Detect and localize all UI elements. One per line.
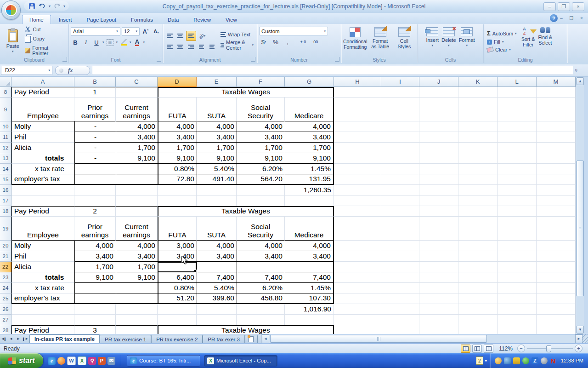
help-button[interactable]: ? [550, 14, 558, 22]
cell-E23[interactable]: 7,400 [197, 272, 237, 283]
format-as-table-button[interactable]: Format as Table [369, 26, 391, 57]
tab-data[interactable]: Data [161, 15, 186, 24]
cell-K13[interactable] [458, 153, 498, 164]
scroll-up-button[interactable]: ▲ [577, 77, 584, 85]
column-header-C[interactable]: C [116, 77, 158, 87]
cell-C28[interactable] [116, 325, 158, 334]
align-right-button[interactable] [186, 42, 195, 52]
cell-M11[interactable] [537, 132, 576, 143]
cell-J10[interactable] [419, 121, 458, 132]
tab-home[interactable]: Home [22, 15, 51, 24]
cell-E9[interactable]: SUTA [197, 98, 237, 121]
scroll-down-button[interactable]: ▼ [577, 326, 584, 334]
cell-L20[interactable] [498, 241, 537, 251]
font-dialog-launcher[interactable] [157, 57, 161, 62]
cell-M15[interactable] [537, 174, 576, 185]
cell-A21[interactable]: Phil [11, 251, 74, 262]
cell-C13[interactable]: 9,100 [116, 153, 158, 164]
cell-D20[interactable]: 3,000 [158, 241, 197, 251]
cell-B11[interactable]: - [74, 132, 116, 143]
insert-worksheet-tab[interactable] [245, 335, 258, 343]
cell-G19[interactable]: Medicare [285, 217, 334, 241]
cell-G14[interactable]: 1.45% [285, 164, 334, 174]
increase-indent-button[interactable] [207, 42, 216, 52]
alignment-dialog-launcher[interactable] [251, 57, 255, 62]
cell-C26[interactable] [116, 304, 158, 315]
cell-C17[interactable] [116, 196, 158, 206]
cell-L19[interactable] [498, 217, 537, 241]
cell-I18[interactable] [381, 206, 419, 217]
cell-F19[interactable]: Social Security [237, 217, 285, 241]
vertical-scroll-thumb[interactable] [577, 161, 584, 296]
cell-B13[interactable]: - [74, 153, 116, 164]
grow-font-button[interactable]: A▴ [141, 27, 150, 36]
column-header-G[interactable]: G [285, 77, 334, 87]
cell-I26[interactable] [381, 304, 419, 315]
row-header-8[interactable]: 8 [0, 87, 11, 98]
format-cells-button[interactable]: Format ▾ [459, 26, 475, 57]
quicklaunch-firefox-icon[interactable] [57, 357, 65, 365]
cell-E13[interactable]: 9,100 [197, 153, 237, 164]
row-header-18[interactable]: 18 [0, 206, 11, 217]
cell-H16[interactable] [334, 185, 381, 196]
cell-L24[interactable] [498, 283, 537, 293]
cell-D26[interactable] [158, 304, 197, 315]
cell-M17[interactable] [537, 196, 576, 206]
quicklaunch-powerpoint-icon[interactable]: P [98, 357, 106, 365]
cell-H15[interactable] [334, 174, 381, 185]
cell-K18[interactable] [458, 206, 498, 217]
cell-I25[interactable] [381, 293, 419, 304]
cell-J14[interactable] [419, 164, 458, 174]
cell-D25[interactable]: 51.20 [158, 293, 197, 304]
row-header-27[interactable]: 27 [0, 315, 11, 325]
clipboard-dialog-launcher[interactable] [62, 57, 67, 62]
cell-L22[interactable] [498, 262, 537, 272]
cell-K14[interactable] [458, 164, 498, 174]
cell-A13[interactable]: totals [11, 153, 74, 164]
number-dialog-launcher[interactable] [335, 57, 339, 62]
sheet-tab-pr-tax-exer-3[interactable]: PR tax exer 3 [203, 335, 245, 343]
cell-H9[interactable] [334, 98, 381, 121]
cell-C21[interactable]: 3,400 [116, 251, 158, 262]
cell-C18[interactable] [116, 206, 158, 217]
font-name-combo[interactable]: Arial▾ [71, 27, 120, 36]
autosum-button[interactable]: Σ AutoSum▾ [486, 29, 518, 37]
row-header-23[interactable]: 23 [0, 272, 11, 283]
cell-C16[interactable] [116, 185, 158, 196]
cell-D24[interactable]: 0.80% [158, 283, 197, 293]
cell-G20[interactable]: 4,000 [285, 241, 334, 251]
cell-J8[interactable] [419, 87, 458, 98]
cell-A26[interactable] [11, 304, 74, 315]
cell-G9[interactable]: Medicare [285, 98, 334, 121]
cell-J13[interactable] [419, 153, 458, 164]
view-page-break-button[interactable] [484, 345, 493, 353]
cell-F10[interactable]: 4,000 [237, 121, 285, 132]
row-header-15[interactable]: 15 [0, 174, 11, 185]
tray-icon-5[interactable]: Z [531, 357, 538, 364]
cell-M22[interactable] [537, 262, 576, 272]
cell-D9[interactable]: FUTA [158, 98, 197, 121]
cell-A24[interactable]: x tax rate [11, 283, 74, 293]
cell-J21[interactable] [419, 251, 458, 262]
row-header-9[interactable]: 9 [0, 98, 11, 121]
cell-M21[interactable] [537, 251, 576, 262]
cell-G26[interactable]: 1,016.90 [285, 304, 334, 315]
cell-D19[interactable]: FUTA [158, 217, 197, 241]
cell-C24[interactable] [116, 283, 158, 293]
borders-button[interactable]: ▦ [106, 38, 115, 47]
row-header-21[interactable]: 21 [0, 251, 11, 262]
row-header-20[interactable]: 20 [0, 241, 11, 251]
cell-M14[interactable] [537, 164, 576, 174]
quicklaunch-excel-icon[interactable]: X [78, 356, 86, 365]
cell-J28[interactable] [419, 325, 458, 334]
cell-K28[interactable] [458, 325, 498, 334]
redo-button[interactable] [53, 2, 61, 10]
cell-L13[interactable] [498, 153, 537, 164]
cell-D12[interactable]: 1,700 [158, 143, 197, 153]
cell-F23[interactable]: 7,400 [237, 272, 285, 283]
cell-G11[interactable]: 3,400 [285, 132, 334, 143]
window-minimize-button[interactable]: – [543, 2, 556, 11]
cell-C11[interactable]: 3,400 [116, 132, 158, 143]
cell-L18[interactable] [498, 206, 537, 217]
sheet-tab-in-class-pr-tax-example[interactable]: In-class PR tax example [29, 334, 100, 343]
